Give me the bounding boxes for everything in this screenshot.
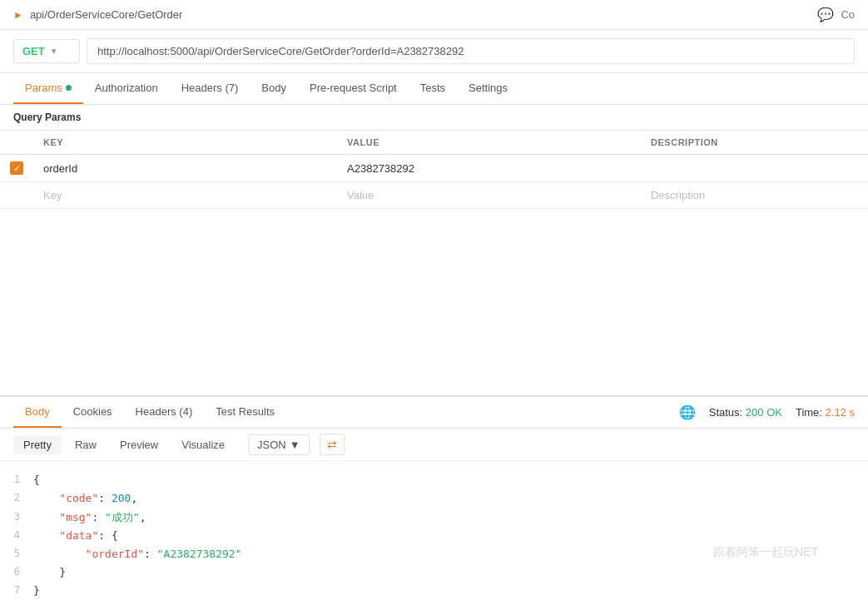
table-row: ✓ <box>0 155 868 182</box>
query-params-title: Query Params <box>0 105 868 131</box>
json-line-2: 2 "code": 200, <box>0 489 868 508</box>
json-brace: } <box>33 563 66 582</box>
response-meta: 🌐 Status: 200 OK Time: 2.12 s <box>679 404 855 420</box>
row1-checkbox-cell: ✓ <box>0 155 33 182</box>
json-line-7: 7 } <box>0 582 868 600</box>
row2-key-cell <box>33 182 337 209</box>
chevron-down-icon: ▼ <box>50 47 58 56</box>
format-tab-pretty[interactable]: Pretty <box>13 435 62 454</box>
format-row: Pretty Raw Preview Visualize JSON ▼ ⇄ <box>0 429 868 461</box>
time-label: Time: 2.12 s <box>796 406 855 419</box>
row1-checkbox[interactable]: ✓ <box>10 161 23 175</box>
line-num: 3 <box>0 508 33 527</box>
row1-description-cell <box>641 155 868 182</box>
row2-checkbox-cell <box>0 182 33 209</box>
method-dropdown[interactable]: GET ▼ <box>13 39 80 63</box>
line-num: 6 <box>0 563 33 582</box>
json-text: "msg": "成功", <box>33 508 146 527</box>
params-table: KEY VALUE DESCRIPTION ✓ <box>0 131 868 209</box>
row1-value-cell <box>337 155 641 182</box>
response-tab-cookies[interactable]: Cookies <box>62 397 124 428</box>
tab-settings[interactable]: Settings <box>457 73 519 104</box>
col-value: VALUE <box>337 131 641 155</box>
line-num: 5 <box>0 545 33 563</box>
json-content: 1 { 2 "code": 200, 3 "msg": "成功", 4 <box>0 461 868 610</box>
line-num: 1 <box>0 471 33 489</box>
row1-description-input[interactable] <box>651 162 858 175</box>
row1-key-input[interactable] <box>43 162 327 175</box>
row2-description-cell <box>641 182 868 209</box>
response-tab-tests[interactable]: Test Results <box>204 397 286 428</box>
tab-authorization[interactable]: Authorization <box>83 73 170 104</box>
col-key: KEY <box>33 131 337 155</box>
request-tabs: Params Authorization Headers (7) Body Pr… <box>0 73 868 105</box>
upper-section: Query Params KEY VALUE DESCRIPTION <box>0 105 868 395</box>
tab-body[interactable]: Body <box>250 73 298 104</box>
tab-prerequest[interactable]: Pre-request Script <box>298 73 409 104</box>
params-dot <box>66 85 72 91</box>
format-dropdown[interactable]: JSON ▼ <box>248 434 310 455</box>
line-num: 2 <box>0 489 33 508</box>
format-tab-raw[interactable]: Raw <box>65 435 107 454</box>
json-line-6: 6 } <box>0 563 868 582</box>
spacer <box>0 209 868 395</box>
json-text: "code": 200, <box>33 489 137 508</box>
row2-description-input[interactable] <box>651 189 858 201</box>
top-bar-label: Co <box>841 8 855 21</box>
tab-tests[interactable]: Tests <box>409 73 457 104</box>
url-input[interactable] <box>87 38 855 64</box>
line-num: 4 <box>0 527 33 545</box>
row2-value-input[interactable] <box>347 189 631 201</box>
col-checkbox <box>0 131 33 155</box>
row1-value-input[interactable] <box>347 162 631 175</box>
status-badge: 200 OK <box>746 406 782 419</box>
response-tabs: Body Cookies Headers (4) Test Results 🌐 … <box>0 397 868 429</box>
row1-key-cell <box>33 155 337 182</box>
tab-headers[interactable]: Headers (7) <box>170 73 250 104</box>
row2-key-input[interactable] <box>43 189 327 201</box>
json-line-1: 1 { <box>0 471 868 489</box>
status-label: Status: 200 OK <box>709 406 782 419</box>
method-label: GET <box>22 45 45 57</box>
page-title: api/OrderServiceCore/GetOrder <box>30 8 183 21</box>
top-bar: ► api/OrderServiceCore/GetOrder 💬 Co <box>0 0 868 30</box>
line-num: 7 <box>0 582 33 600</box>
time-badge: 2.12 s <box>826 406 855 419</box>
json-brace: } <box>33 582 40 600</box>
wrap-icon: ⇄ <box>327 438 337 451</box>
row2-value-cell <box>337 182 641 209</box>
response-tab-headers[interactable]: Headers (4) <box>124 397 205 428</box>
table-header-row: KEY VALUE DESCRIPTION <box>0 131 868 155</box>
format-tab-preview[interactable]: Preview <box>110 435 168 454</box>
wrap-button[interactable]: ⇄ <box>320 434 345 455</box>
comment-icon: 💬 <box>817 7 834 22</box>
format-tab-visualize[interactable]: Visualize <box>171 435 235 454</box>
json-line-4: 4 "data": { <box>0 527 868 545</box>
url-bar: GET ▼ <box>0 30 868 73</box>
top-bar-right: 💬 Co <box>817 7 855 22</box>
chevron-down-icon: ▼ <box>290 439 300 451</box>
response-section: Body Cookies Headers (4) Test Results 🌐 … <box>0 395 868 610</box>
checkmark-icon: ✓ <box>13 164 21 173</box>
json-text: "data": { <box>33 527 118 545</box>
arrow-icon: ► <box>13 9 23 21</box>
response-tab-body[interactable]: Body <box>13 397 62 428</box>
json-brace: { <box>33 471 40 489</box>
json-text: "orderId": "A2382738292" <box>33 545 241 563</box>
watermark: 跟着阿笨一起玩NET <box>713 545 818 560</box>
globe-icon: 🌐 <box>679 404 696 420</box>
json-line-3: 3 "msg": "成功", <box>0 508 868 527</box>
breadcrumb: ► api/OrderServiceCore/GetOrder <box>13 8 182 21</box>
col-description: DESCRIPTION <box>641 131 868 155</box>
table-row <box>0 182 868 209</box>
tab-params[interactable]: Params <box>13 73 83 104</box>
